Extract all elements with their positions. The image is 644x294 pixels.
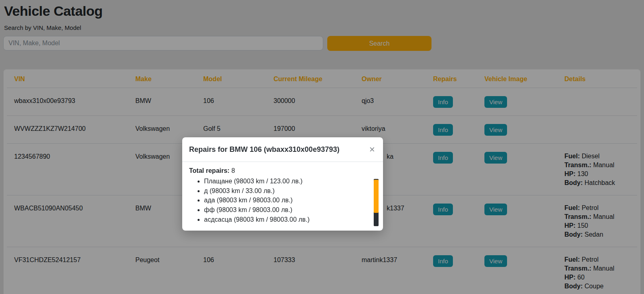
repairs-list: Плащане (98003 km / 123.00 лв.)д (98003 … [189,176,376,225]
modal-body: Total repairs: 8 Плащане (98003 km / 123… [182,162,383,231]
repair-item: фф (98003 km / 98003.00 лв.) [204,205,376,215]
total-repairs-line: Total repairs: 8 [189,166,376,176]
modal-header: Repairs for BMW 106 (wbaxx310x00e93793) … [182,137,383,162]
repairs-modal: Repairs for BMW 106 (wbaxx310x00e93793) … [182,137,383,231]
repair-item: Плащане (98003 km / 123.00 лв.) [204,176,376,186]
modal-scrollbar[interactable] [374,179,379,226]
modal-scrollbar-thumb[interactable] [374,180,379,213]
close-icon[interactable]: × [367,145,377,154]
repair-item: ада (98003 km / 98003.00 лв.) [204,195,376,205]
modal-title: Repairs for BMW 106 (wbaxx310x00e93793) [189,144,339,155]
repair-item: асдсасца (98003 km / 98003.00 лв.) [204,215,376,225]
total-repairs-value: 8 [232,167,235,174]
repair-item: д (98003 km / 33.00 лв.) [204,186,376,196]
total-repairs-label: Total repairs: [189,167,229,174]
